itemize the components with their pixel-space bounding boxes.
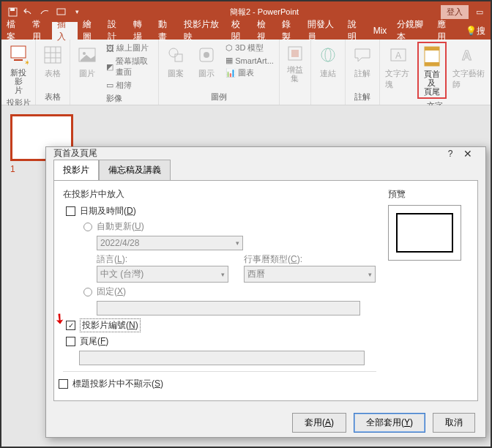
- language-label: 語言(L):: [97, 253, 229, 266]
- header-footer-button[interactable]: 頁首及 頁尾: [417, 42, 447, 99]
- svg-point-13: [169, 48, 178, 57]
- svg-point-16: [204, 52, 209, 58]
- shapes-button[interactable]: 圖案: [163, 42, 189, 81]
- tab-design[interactable]: 設計: [102, 22, 128, 40]
- new-slide-button[interactable]: ✶ 新投影 片: [5, 42, 31, 96]
- tab-home[interactable]: 常用: [27, 22, 53, 40]
- tab-draw[interactable]: 繪圖: [78, 22, 103, 40]
- smartart-label: SmartArt...: [235, 56, 274, 65]
- header-footer-label: 頁首及 頁尾: [420, 70, 444, 96]
- tab-record[interactable]: 錄製: [277, 22, 302, 40]
- svg-point-20: [325, 48, 331, 61]
- slide-number-label: 投影片編號(N): [80, 318, 141, 332]
- wordart-button[interactable]: A 文字藝術師: [451, 42, 487, 92]
- tab-transitions[interactable]: 轉場: [128, 22, 154, 40]
- footer-text-input[interactable]: [79, 351, 365, 365]
- calendar-select[interactable]: 西曆▾: [244, 266, 376, 283]
- comment-button[interactable]: 註解: [349, 42, 376, 81]
- group-slides: ✶ 新投影 片 投影片: [1, 40, 36, 105]
- dialog-close-button[interactable]: ✕: [458, 148, 478, 160]
- tab-animations[interactable]: 動畫: [153, 22, 179, 40]
- apply-button[interactable]: 套用(A): [292, 413, 346, 433]
- save-icon[interactable]: [7, 7, 18, 17]
- footer-checkbox[interactable]: [66, 337, 75, 346]
- svg-point-19: [321, 48, 335, 61]
- undo-icon[interactable]: [23, 7, 34, 17]
- picture-button[interactable]: 圖片: [74, 42, 100, 81]
- tab-mix[interactable]: Mix: [368, 22, 392, 40]
- fixed-date-input[interactable]: [97, 301, 360, 316]
- auto-update-label: 自動更新(U): [97, 220, 144, 233]
- dialog-left-pane: 在投影片中放入 日期及時間(D) 自動更新(U) 2022/4/28▾ 語言(L…: [63, 188, 376, 393]
- svg-point-12: [83, 52, 86, 55]
- group-text: A 文字方塊 頁首及 頁尾 A 文字藝術師 文字: [380, 40, 491, 105]
- link-icon: [316, 43, 340, 67]
- ribbon-display-icon[interactable]: ▭: [476, 7, 483, 17]
- tab-help[interactable]: 說明: [343, 22, 368, 40]
- redo-icon[interactable]: [40, 7, 50, 17]
- tab-view[interactable]: 檢視: [252, 22, 277, 40]
- screenshot-button[interactable]: ◩螢幕擷取畫面: [105, 55, 154, 78]
- svg-text:A: A: [462, 48, 471, 63]
- svg-rect-24: [425, 47, 439, 51]
- online-picture-button[interactable]: 🖼線上圖片: [105, 42, 154, 54]
- language-select[interactable]: 中文 (台灣)▾: [97, 266, 228, 283]
- group-links: 連結: [311, 40, 346, 105]
- fixed-radio[interactable]: [83, 288, 92, 296]
- tell-me-label: 搜: [477, 25, 485, 37]
- icons-button[interactable]: 圖示: [193, 42, 220, 81]
- tab-apps[interactable]: 應用: [432, 22, 458, 40]
- qat-dropdown-icon[interactable]: ▾: [72, 7, 82, 17]
- datetime-checkbox[interactable]: [66, 206, 75, 216]
- apply-all-button[interactable]: 全部套用(Y): [354, 413, 425, 433]
- textbox-button[interactable]: A 文字方塊: [384, 42, 413, 92]
- table-button[interactable]: 表格: [40, 42, 66, 81]
- tab-review[interactable]: 校閱: [226, 22, 252, 40]
- group-images: 圖片 🖼線上圖片 ◩螢幕擷取畫面 ▭相簿 影像: [70, 40, 159, 105]
- dialog-help-button[interactable]: ?: [443, 149, 458, 159]
- tab-developer[interactable]: 開發人員: [302, 22, 343, 40]
- slideshow-icon[interactable]: [56, 7, 66, 17]
- addins-button[interactable]: 增益 集: [283, 42, 307, 84]
- dialog-title: 頁首及頁尾: [53, 147, 443, 160]
- tab-slideshow[interactable]: 投影片放映: [179, 22, 226, 40]
- tab-storyboard[interactable]: 分鏡腳本: [392, 22, 432, 40]
- tell-me[interactable]: 💡搜: [461, 22, 491, 40]
- svg-rect-3: [11, 46, 26, 58]
- group-illust-label: 圖例: [163, 90, 275, 104]
- tab-file[interactable]: 檔案: [1, 22, 27, 40]
- tab-insert[interactable]: 插入: [52, 22, 78, 40]
- link-button[interactable]: 連結: [315, 42, 341, 81]
- date-format-select[interactable]: 2022/4/28▾: [97, 236, 243, 250]
- preview-slide: [396, 213, 453, 253]
- 3d-model-label: 3D 模型: [235, 42, 264, 53]
- cancel-button[interactable]: 取消: [433, 413, 475, 433]
- group-images-label: 影像: [74, 92, 154, 105]
- addins-icon: [285, 43, 305, 64]
- include-on-slide-label: 在投影片中放入: [63, 188, 376, 201]
- auto-update-radio[interactable]: [83, 223, 92, 231]
- picture-label: 圖片: [79, 68, 95, 79]
- hide-on-title-checkbox[interactable]: [59, 379, 68, 389]
- addins-label: 增益 集: [287, 65, 303, 83]
- album-button[interactable]: ▭相簿: [105, 79, 154, 92]
- 3d-model-button[interactable]: ⬡3D 模型: [224, 42, 275, 54]
- tab-slide[interactable]: 投影片: [53, 160, 99, 181]
- icons-icon: [195, 43, 218, 67]
- new-slide-label: 新投影 片: [7, 68, 30, 94]
- group-comments: 註解 註解: [346, 40, 380, 105]
- svg-text:✶: ✶: [24, 59, 29, 65]
- separator: [63, 371, 376, 372]
- slide-number-checkbox[interactable]: [66, 321, 75, 330]
- bulb-icon: 💡: [466, 26, 477, 36]
- dialog-titlebar: 頁首及頁尾 ? ✕: [46, 147, 485, 160]
- datetime-label: 日期及時間(D): [80, 205, 136, 217]
- dialog-tabs: 投影片 備忘稿及講義: [46, 160, 485, 180]
- chart-icon: 📊: [225, 68, 236, 78]
- login-button[interactable]: 登入: [441, 5, 469, 19]
- smartart-button[interactable]: ▦SmartArt...: [224, 55, 275, 66]
- chart-button[interactable]: 📊圖表: [224, 67, 275, 79]
- chevron-down-icon: ▾: [221, 271, 225, 278]
- tab-notes-handouts[interactable]: 備忘稿及講義: [99, 160, 171, 181]
- group-tables: 表格 表格: [36, 40, 70, 105]
